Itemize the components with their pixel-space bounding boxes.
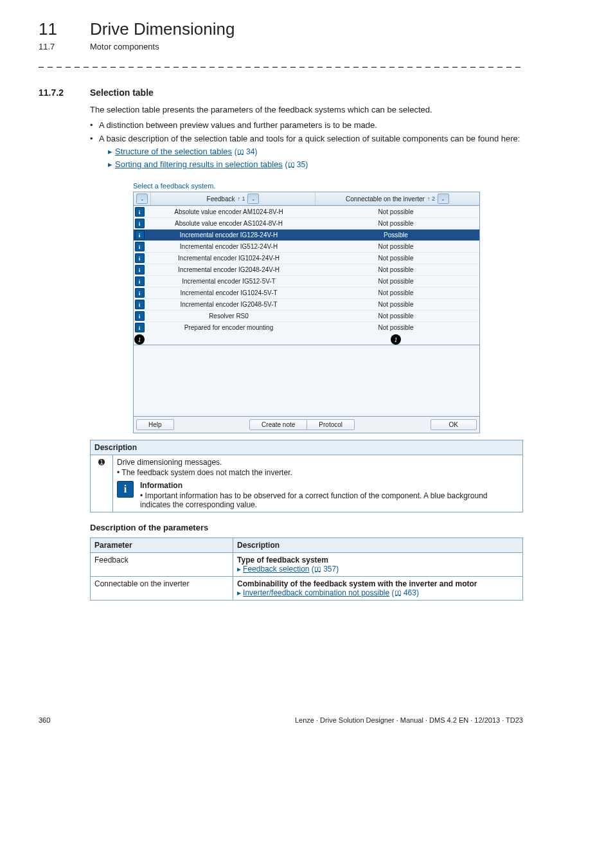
desc-row1-title: Drive dimensioning messages.: [117, 458, 222, 467]
cell-connectable: Not possible: [312, 242, 479, 251]
param-r2-c1: Connectable on the inverter: [91, 577, 233, 601]
cell-connectable: Not possible: [312, 219, 479, 228]
table-row[interactable]: iIncremental encoder IG2048-24V-HNot pos…: [134, 264, 479, 275]
table-row[interactable]: iIncremental encoder IG1024-24V-HNot pos…: [134, 252, 479, 264]
info-icon: i: [135, 253, 145, 263]
link-structure-ref: (🕮 34): [235, 147, 258, 156]
chapter-title: Drive Dimensioning: [90, 19, 235, 39]
info-icon: i: [135, 242, 145, 251]
description-table: Description ➊ Drive dimensioning message…: [90, 440, 523, 512]
description-cell-1: Drive dimensioning messages. The feedbac…: [113, 455, 523, 512]
param-r2-title: Combinability of the feedback system wit…: [237, 579, 519, 588]
book-icon: 🕮: [288, 161, 295, 168]
cell-feedback: Incremental encoder IG2048-5V-T: [145, 300, 312, 309]
intro-text: The selection table presents the paramet…: [90, 104, 523, 116]
link-structure: ▸Structure of the selection tables (🕮 34…: [108, 146, 523, 158]
table-row[interactable]: iAbsolute value encoder AM1024-8V-HNot p…: [134, 206, 479, 217]
table-row[interactable]: iAbsolute value encoder AS1024-8V-HNot p…: [134, 217, 479, 229]
sort-indicator-2: ↑ 2: [427, 195, 435, 202]
cell-feedback: Incremental encoder IG512-5V-T: [145, 277, 312, 285]
cell-connectable: Not possible: [312, 254, 479, 262]
table-row[interactable]: iIncremental encoder IG512-5V-TNot possi…: [134, 275, 479, 287]
description-ref-1: ➊: [91, 455, 113, 512]
info-icon: i: [135, 311, 145, 321]
table-row[interactable]: iIncremental encoder IG1024-5V-TNot poss…: [134, 287, 479, 298]
info-icon: i: [135, 288, 145, 298]
screenshot-title: Select a feedback system.: [133, 182, 480, 190]
table-row[interactable]: iIncremental encoder IG2048-5V-TNot poss…: [134, 298, 479, 310]
param-r2-c2: Combinability of the feedback system wit…: [233, 577, 523, 601]
cell-connectable: Not possible: [312, 208, 479, 216]
bullet-1: A distinction between preview values and…: [90, 120, 523, 131]
cell-connectable: Not possible: [312, 289, 479, 297]
cell-feedback: Absolute value encoder AS1024-8V-H: [145, 219, 312, 228]
create-note-button[interactable]: Create note: [249, 419, 307, 430]
cell-feedback: Incremental encoder IG1024-24V-H: [145, 254, 312, 262]
table-row[interactable]: iResolver RS0Not possible: [134, 310, 479, 321]
section-title: Selection table: [90, 87, 154, 98]
param-r2-link[interactable]: Inverter/feedback combination not possib…: [243, 588, 389, 597]
info-icon: i: [135, 219, 145, 228]
cell-feedback: Incremental encoder IG2048-24V-H: [145, 266, 312, 274]
sort-indicator-1: ↑ 1: [237, 195, 245, 202]
info-icon: i: [135, 300, 145, 309]
bullet-2-text: A basic description of the selection tab…: [99, 134, 520, 143]
page-number: 360: [39, 716, 50, 724]
cell-feedback: Incremental encoder IG512-24V-H: [145, 242, 312, 251]
info-title: Information: [140, 481, 519, 490]
screenshot-table-header: ⌄ Feedback ↑ 1 ⌄ Connectable on the inve…: [134, 192, 479, 206]
param-r1-title: Type of feedback system: [237, 556, 519, 565]
cell-feedback: Incremental encoder IG1024-5V-T: [145, 289, 312, 297]
protocol-button[interactable]: Protocol: [307, 419, 355, 430]
cell-connectable: Not possible: [312, 300, 479, 309]
link-sorting-a[interactable]: Sorting and filtering results in selecti…: [115, 159, 283, 169]
header-connectable[interactable]: Connectable on the inverter: [346, 195, 425, 203]
link-structure-a[interactable]: Structure of the selection tables: [115, 147, 232, 156]
callout-badge-1b: 1: [391, 334, 401, 345]
section-number: 11.7.2: [39, 87, 90, 98]
subchapter-number: 11.7: [39, 42, 90, 51]
parameters-table: Parameter Description Feedback Type of f…: [90, 538, 523, 601]
desc-row1-b1: The feedback system does not match the i…: [117, 468, 519, 477]
screenshot-button-bar: Help Create note Protocol OK: [133, 417, 480, 433]
info-icon: i: [135, 207, 145, 217]
ok-button[interactable]: OK: [431, 419, 477, 430]
cell-connectable: Possible: [312, 231, 479, 239]
sort-dropdown-icon[interactable]: ⌄: [438, 194, 449, 204]
sort-dropdown-icon[interactable]: ⌄: [247, 194, 259, 204]
info-icon: i: [135, 265, 145, 275]
description-header: Description: [91, 440, 523, 455]
link-sorting-ref: (🕮 35): [285, 160, 308, 169]
cell-connectable: Not possible: [312, 266, 479, 274]
cell-feedback: Absolute value encoder AM1024-8V-H: [145, 208, 312, 216]
header-feedback[interactable]: Feedback: [207, 195, 235, 203]
param-r1-c1: Feedback: [91, 553, 233, 577]
param-header-2: Description: [233, 538, 523, 553]
info-icon: i: [135, 323, 145, 332]
help-button[interactable]: Help: [136, 419, 174, 430]
param-header-1: Parameter: [91, 538, 233, 553]
arrow-icon: ▸: [108, 147, 112, 156]
book-icon: 🕮: [395, 589, 402, 597]
table-row[interactable]: iPrepared for encoder mountingNot possib…: [134, 321, 479, 333]
param-r1-c2: Type of feedback system ▸Feedback select…: [233, 553, 523, 577]
info-bullet-1: Important information has to be observed…: [140, 491, 519, 509]
cell-feedback: Incremental encoder IG128-24V-H: [145, 231, 312, 239]
cell-feedback: Prepared for encoder mounting: [145, 323, 312, 332]
param-r1-link[interactable]: Feedback selection: [243, 565, 309, 574]
info-icon: i: [135, 276, 145, 286]
footer-meta: Lenze · Drive Solution Designer · Manual…: [295, 716, 523, 724]
cell-connectable: Not possible: [312, 277, 479, 285]
separator: [39, 63, 523, 72]
screenshot-panel: Select a feedback system. ⌄ Feedback ↑ 1…: [133, 182, 480, 433]
bullet-2: A basic description of the selection tab…: [90, 133, 523, 170]
filter-dropdown-icon[interactable]: ⌄: [136, 194, 148, 204]
link-sorting: ▸Sorting and filtering results in select…: [108, 159, 523, 170]
info-icon: i: [117, 481, 134, 498]
table-row[interactable]: iIncremental encoder IG512-24V-HNot poss…: [134, 240, 479, 252]
book-icon: 🕮: [237, 148, 244, 156]
cell-feedback: Resolver RS0: [145, 312, 312, 320]
table-row[interactable]: iIncremental encoder IG128-24V-HPossible: [134, 229, 479, 240]
parameters-subhead: Description of the parameters: [90, 523, 523, 532]
cell-connectable: Not possible: [312, 312, 479, 320]
